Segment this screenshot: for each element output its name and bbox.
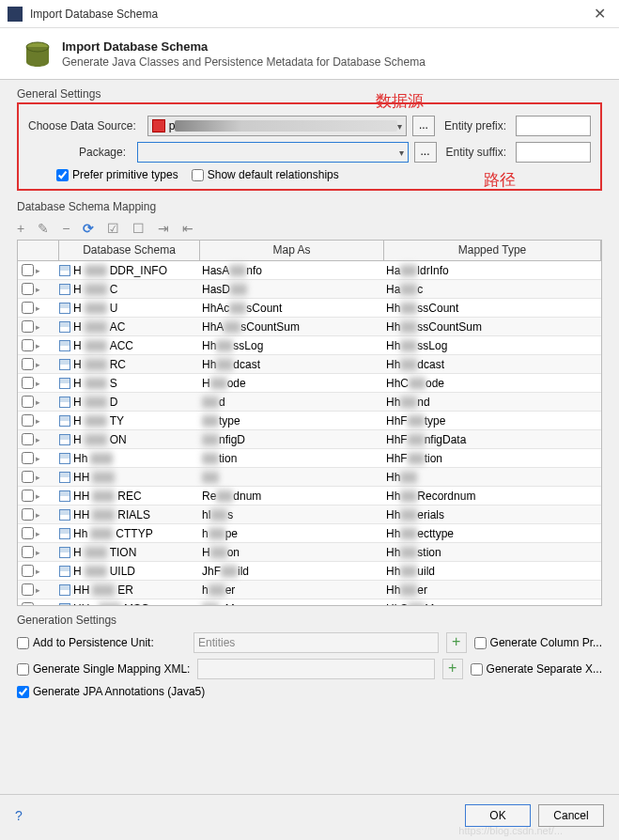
prefer-primitives-checkbox[interactable]: Prefer primitive types	[56, 168, 178, 181]
row-checkbox[interactable]	[22, 302, 34, 314]
table-row[interactable]: ▸HHxxxxRIALShlxxxsHhxxxerials	[18, 506, 601, 524]
table-row[interactable]: ▸HxxxxRCHhxxxdcastHhxxxdcast	[18, 355, 601, 374]
row-checkbox[interactable]	[22, 471, 34, 483]
table-row[interactable]: ▸HH_xxxxMSGxxxnMsgHhSxxxMsg	[18, 599, 601, 606]
table-header: Database Schema Map As Mapped Type	[18, 241, 601, 261]
edit-icon[interactable]: ✎	[38, 221, 49, 236]
expand-row-icon[interactable]: ▸	[36, 341, 40, 350]
ok-button[interactable]: OK	[465, 804, 531, 827]
row-checkbox[interactable]	[22, 396, 34, 408]
cancel-button[interactable]: Cancel	[538, 804, 604, 827]
mapping-toolbar: + ✎ − ⟳ ☑ ☐ ⇥ ⇤	[0, 217, 619, 240]
add-pu-button[interactable]: +	[446, 632, 467, 653]
entity-prefix-input[interactable]	[516, 116, 591, 136]
table-body: ▸HxxxxDDR_INFOHasAxxxnfoHaxxxldrInfo▸Hxx…	[18, 261, 601, 606]
browse-package-button[interactable]: ...	[414, 142, 437, 163]
table-row[interactable]: ▸HxxxxCHasDxxxHaxxxc	[18, 280, 601, 299]
expand-row-icon[interactable]: ▸	[36, 548, 40, 557]
table-row[interactable]: ▸HxxxxDxxxdHhxxxnd	[18, 393, 601, 412]
titlebar: Import Database Schema ✕	[0, 0, 619, 28]
datasource-select[interactable]: p ▾	[147, 116, 407, 136]
table-row[interactable]: ▸HxxxxACCHhxxxssLogHhxxxssLog	[18, 336, 601, 355]
refresh-icon[interactable]: ⟳	[83, 221, 94, 236]
expand-row-icon[interactable]: ▸	[36, 473, 40, 482]
expand-row-icon[interactable]: ▸	[36, 285, 40, 294]
select-all-icon[interactable]: ☑	[107, 221, 119, 236]
table-row[interactable]: ▸HhxxxxxxxtionHhFxxxtion	[18, 449, 601, 468]
table-icon	[59, 265, 70, 276]
row-checkbox[interactable]	[22, 414, 34, 427]
row-checkbox[interactable]	[22, 339, 34, 351]
table-icon	[59, 378, 70, 389]
expand-row-icon[interactable]: ▸	[36, 510, 40, 520]
gen-column-checkbox[interactable]: Generate Column Pr...	[474, 636, 602, 649]
expand-icon[interactable]: ⇥	[158, 221, 169, 236]
show-defaults-checkbox[interactable]: Show default relationships	[192, 168, 339, 181]
collapse-icon[interactable]: ⇤	[182, 221, 193, 236]
add-icon[interactable]: +	[17, 221, 24, 236]
table-row[interactable]: ▸HxxxxONxxxnfigDHhFxxxnfigData	[18, 430, 601, 449]
table-row[interactable]: ▸HxxxxTYxxxtypeHhFxxxtype	[18, 412, 601, 430]
table-icon	[59, 434, 70, 445]
expand-row-icon[interactable]: ▸	[36, 322, 40, 332]
row-checkbox[interactable]	[22, 283, 34, 295]
entity-suffix-input[interactable]	[516, 142, 591, 163]
generation-settings-section: Generation Settings Add to Persistence U…	[0, 606, 619, 711]
expand-row-icon[interactable]: ▸	[36, 567, 40, 576]
row-checkbox[interactable]	[22, 377, 34, 389]
dialog-header: Import Database Schema Generate Java Cla…	[0, 28, 619, 80]
deselect-icon[interactable]: ☐	[132, 221, 145, 236]
expand-row-icon[interactable]: ▸	[36, 585, 40, 595]
table-row[interactable]: ▸HHxxxxERhxxxerHhxxxer	[18, 581, 601, 599]
gen-jpa-checkbox[interactable]: Generate JPA Annotations (Java5)	[17, 685, 205, 698]
table-row[interactable]: ▸HHxxxxRECRexxxdnumHhxxxRecordnum	[18, 487, 601, 506]
entity-suffix-label: Entity suffix:	[442, 146, 510, 159]
annotation-path: 路径	[484, 169, 516, 191]
database-icon	[23, 39, 53, 70]
browse-datasource-button[interactable]: ...	[412, 116, 435, 136]
row-checkbox[interactable]	[22, 264, 34, 276]
remove-icon[interactable]: −	[62, 221, 70, 236]
table-row[interactable]: ▸HxxxxSHxxxodeHhCxxxode	[18, 374, 601, 393]
row-checkbox[interactable]	[22, 546, 34, 558]
table-row[interactable]: ▸HhxxxxCTTYPhxxxpeHhxxxecttype	[18, 524, 601, 543]
help-icon[interactable]: ?	[15, 808, 23, 823]
row-checkbox[interactable]	[22, 583, 34, 596]
expand-row-icon[interactable]: ▸	[36, 303, 40, 313]
expand-row-icon[interactable]: ▸	[36, 529, 40, 538]
row-checkbox[interactable]	[22, 320, 34, 333]
row-checkbox[interactable]	[22, 565, 34, 577]
table-row[interactable]: ▸HxxxxUILDJhFxxxildHhxxxuild	[18, 562, 601, 581]
expand-row-icon[interactable]: ▸	[36, 416, 40, 426]
expand-row-icon[interactable]: ▸	[36, 435, 40, 444]
row-checkbox[interactable]	[22, 508, 34, 521]
col-type[interactable]: Mapped Type	[384, 241, 601, 260]
row-checkbox[interactable]	[22, 433, 34, 445]
table-row[interactable]: ▸HxxxxDDR_INFOHasAxxxnfoHaxxxldrInfo	[18, 261, 601, 280]
expand-row-icon[interactable]: ▸	[36, 397, 40, 407]
table-row[interactable]: ▸HxxxxUHhAcxxxsCountHhxxxssCount	[18, 299, 601, 318]
row-checkbox[interactable]	[22, 452, 34, 464]
table-row[interactable]: ▸HxxxxACHhAxxxsCountSumHhxxxssCountSum	[18, 318, 601, 336]
package-select[interactable]: ▾	[137, 142, 409, 163]
expand-row-icon[interactable]: ▸	[36, 491, 40, 501]
row-checkbox[interactable]	[22, 527, 34, 539]
row-checkbox[interactable]	[22, 358, 34, 370]
row-checkbox[interactable]	[22, 490, 34, 502]
col-mapas[interactable]: Map As	[200, 241, 384, 260]
table-row[interactable]: ▸HHxxxxxxxHhxxx	[18, 468, 601, 487]
add-pu-checkbox[interactable]: Add to Persistence Unit:	[17, 636, 186, 649]
expand-row-icon[interactable]: ▸	[36, 379, 40, 388]
gen-separate-checkbox[interactable]: Generate Separate X...	[471, 662, 602, 676]
add-xml-button[interactable]: +	[442, 659, 463, 679]
expand-row-icon[interactable]: ▸	[36, 266, 40, 275]
col-schema[interactable]: Database Schema	[59, 241, 200, 260]
table-icon	[59, 509, 70, 521]
close-icon[interactable]: ✕	[588, 5, 611, 23]
gen-single-xml-checkbox[interactable]: Generate Single Mapping XML:	[17, 662, 190, 676]
table-row[interactable]: ▸HxxxxTIONHxxxonHhxxxstion	[18, 543, 601, 562]
expand-row-icon[interactable]: ▸	[36, 454, 40, 463]
single-xml-input[interactable]	[197, 659, 434, 679]
pu-select[interactable]	[193, 632, 439, 653]
expand-row-icon[interactable]: ▸	[36, 360, 40, 369]
